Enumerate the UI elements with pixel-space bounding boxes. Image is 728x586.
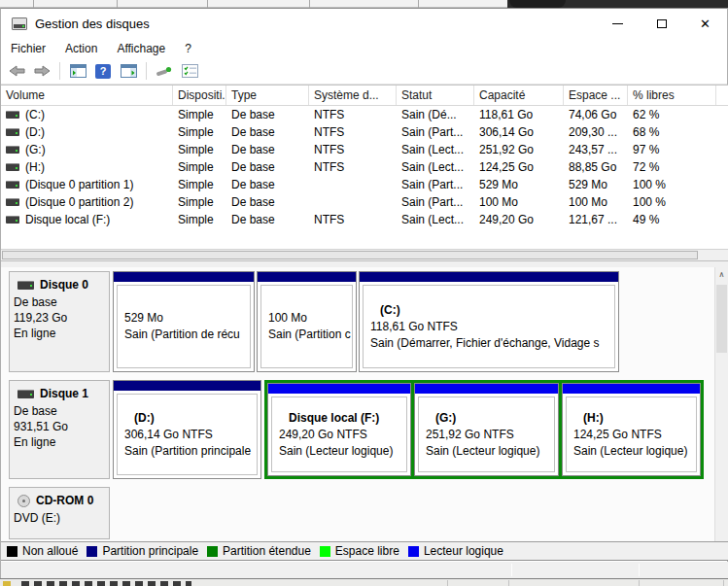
background-window-top — [0, 0, 728, 8]
screen: Gestion des disques ✕ Fichier Action Aff… — [0, 0, 728, 586]
legend-swatch-extended — [207, 546, 218, 557]
background-window-bottom — [0, 578, 728, 586]
partition-type-bar — [360, 272, 618, 282]
volume-icon — [6, 111, 19, 119]
partition-type-bar — [258, 272, 356, 282]
partition-d[interactable]: (D:) 306,14 Go NTFS Sain (Partition prin… — [113, 380, 261, 479]
disk-icon — [17, 390, 34, 398]
cdrom-label[interactable]: CD-ROM 0 DVD (E:) — [9, 487, 110, 539]
disk1-label[interactable]: Disque 1 De base 931,51 Go En ligne — [9, 380, 110, 479]
table-row[interactable]: Disque local (F:) Simple De base NTFS Sa… — [1, 211, 728, 228]
column-header-volume[interactable]: Volume — [1, 86, 173, 105]
column-header-disposition[interactable]: Dispositi... — [173, 86, 226, 105]
menu-fichier[interactable]: Fichier — [1, 40, 55, 57]
volume-table-header: Volume Dispositi... Type Système d... St… — [1, 86, 728, 106]
table-row[interactable]: (D:) Simple De base NTFS Sain (Part... 3… — [1, 123, 728, 141]
partition-g[interactable]: (G:) 251,92 Go NTFS Sain (Lecteur logiqu… — [414, 383, 559, 476]
graphical-view-pane: Disque 0 De base 119,23 Go En ligne 529 … — [1, 267, 728, 541]
window-title: Gestion des disques — [35, 17, 150, 31]
options-button[interactable] — [179, 60, 200, 82]
partition-type-bar — [114, 272, 254, 282]
legend-swatch-free — [320, 546, 330, 557]
partition-legend: Non alloué Partition principale Partitio… — [1, 541, 728, 561]
legend-swatch-unallocated — [7, 546, 17, 557]
scrollbar-thumb[interactable] — [716, 285, 727, 353]
partition-f[interactable]: Disque local (F:) 249,20 Go NTFS Sain (L… — [267, 383, 411, 476]
toolbar: ? — [1, 58, 727, 85]
help-button[interactable]: ? — [92, 60, 114, 82]
console-tree-icon — [70, 64, 87, 78]
column-header-spacer — [716, 86, 728, 105]
legend-item-partition-principale: Partition principale — [87, 544, 198, 558]
column-header-filesystem[interactable]: Système d... — [309, 86, 397, 105]
legend-item-non-alloue: Non alloué — [7, 544, 78, 558]
column-header-capacite[interactable]: Capacité — [474, 86, 564, 105]
maximize-icon — [657, 19, 667, 28]
maximize-button[interactable] — [640, 9, 683, 38]
title-bar[interactable]: Gestion des disques ✕ — [1, 9, 727, 38]
column-header-type[interactable]: Type — [226, 86, 309, 105]
close-icon: ✕ — [700, 17, 711, 30]
partition-type-bar — [415, 384, 558, 394]
show-action-pane-button[interactable] — [118, 60, 139, 82]
column-header-libres[interactable]: % libres — [628, 86, 716, 105]
close-button[interactable]: ✕ — [683, 9, 727, 38]
table-row[interactable]: (H:) Simple De base NTFS Sain (Lect... 1… — [1, 158, 728, 176]
volume-icon — [6, 216, 19, 224]
action-pane-icon — [121, 64, 137, 78]
help-icon: ? — [95, 64, 111, 79]
minimize-button[interactable] — [596, 9, 640, 38]
column-header-statut[interactable]: Statut — [397, 86, 474, 105]
status-bar — [1, 562, 728, 578]
partition-disk0-recovery[interactable]: 529 Mo Sain (Partition de récu — [113, 271, 255, 372]
disk-properties-icon — [156, 64, 173, 78]
toolbar-separator — [146, 62, 147, 80]
disk-properties-button[interactable] — [154, 60, 175, 82]
volume-icon — [6, 146, 19, 154]
scrollbar-thumb[interactable] — [2, 251, 698, 259]
table-row[interactable]: (Disque 0 partition 1) Simple De base Sa… — [1, 176, 728, 193]
back-button[interactable] — [6, 60, 27, 82]
legend-item-partition-etendue: Partition étendue — [207, 544, 311, 558]
table-row[interactable]: (G:) Simple De base NTFS Sain (Lect... 2… — [1, 141, 728, 158]
partition-c[interactable]: (C:) 118,61 Go NTFS Sain (Démarrer, Fich… — [359, 271, 619, 372]
show-console-tree-button[interactable] — [67, 60, 88, 82]
partition-h[interactable]: (H:) 124,25 Go NTFS Sain (Lecteur logiqu… — [562, 383, 701, 476]
disk-icon — [17, 281, 34, 290]
window-controls: ✕ — [596, 9, 727, 38]
menu-action[interactable]: Action — [55, 40, 107, 57]
volume-icon — [6, 198, 19, 206]
extended-partition-group: Disque local (F:) 249,20 Go NTFS Sain (L… — [264, 380, 704, 479]
legend-item-lecteur-logique: Lecteur logique — [408, 544, 503, 558]
disk0-label[interactable]: Disque 0 De base 119,23 Go En ligne — [9, 271, 110, 372]
volume-icon — [6, 163, 19, 171]
partition-type-bar — [268, 384, 410, 394]
table-row[interactable]: (Disque 0 partition 2) Simple De base Sa… — [1, 193, 728, 211]
partition-type-bar — [114, 381, 260, 391]
volume-icon — [6, 128, 19, 136]
horizontal-scrollbar[interactable] — [1, 249, 728, 260]
partition-disk0-system[interactable]: 100 Mo Sain (Partition c — [257, 271, 357, 372]
disk-management-window: Gestion des disques ✕ Fichier Action Aff… — [0, 8, 728, 578]
disk-management-icon — [12, 17, 27, 30]
partition-type-bar — [563, 384, 700, 394]
legend-item-espace-libre: Espace libre — [320, 544, 399, 558]
menu-affichage[interactable]: Affichage — [107, 40, 175, 57]
vertical-scrollbar[interactable]: ∧ — [714, 267, 728, 541]
menu-help[interactable]: ? — [175, 40, 201, 57]
checklist-icon — [182, 64, 198, 78]
cd-icon — [17, 495, 30, 507]
forward-button[interactable] — [31, 60, 52, 82]
toolbar-separator — [59, 62, 60, 80]
back-icon — [9, 65, 25, 77]
forward-icon — [34, 65, 51, 77]
legend-swatch-primary — [87, 546, 97, 557]
volume-list-pane: Volume Dispositi... Type Système d... St… — [1, 85, 728, 261]
table-row[interactable]: (C:) Simple De base NTFS Sain (Dé... 118… — [1, 106, 728, 123]
minimize-icon — [612, 23, 623, 24]
menu-bar: Fichier Action Affichage ? — [1, 38, 727, 58]
scroll-up-icon[interactable]: ∧ — [715, 267, 728, 279]
volume-icon — [6, 181, 19, 189]
column-header-espace[interactable]: Espace ... — [564, 86, 628, 105]
legend-swatch-logical — [408, 546, 419, 557]
